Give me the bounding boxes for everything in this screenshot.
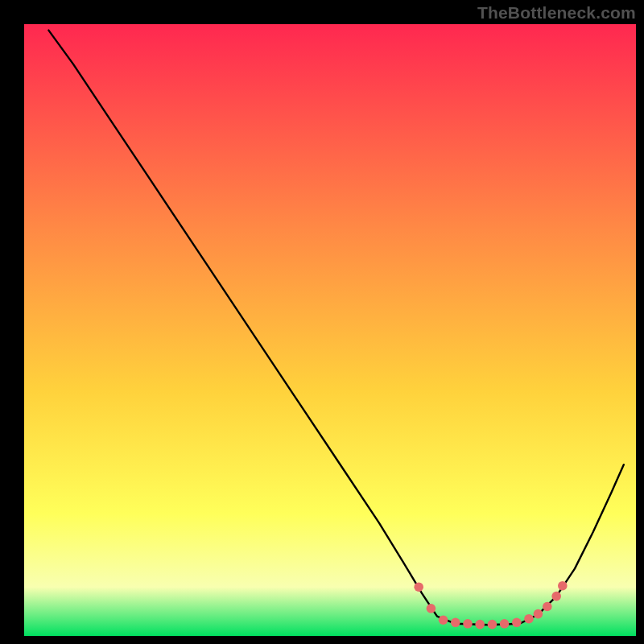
- bottleneck-chart: [0, 0, 644, 644]
- flat-zone-dot: [534, 609, 543, 619]
- flat-zone-dot: [414, 582, 423, 592]
- flat-zone-dot: [512, 618, 522, 628]
- flat-zone-dot: [551, 592, 561, 601]
- flat-zone-dot: [524, 614, 534, 624]
- flat-zone-dot: [451, 618, 460, 628]
- flat-zone-dot: [427, 604, 436, 613]
- flat-zone-dot: [500, 619, 510, 629]
- flat-zone-dot: [475, 620, 485, 630]
- plot-background: [24, 24, 636, 636]
- flat-zone-dot: [439, 615, 448, 625]
- watermark-text: TheBottleneck.com: [477, 3, 636, 23]
- flat-zone-dot: [558, 581, 568, 591]
- flat-zone-dot: [488, 620, 497, 630]
- flat-zone-dot: [543, 602, 552, 612]
- flat-zone-dot: [463, 619, 473, 629]
